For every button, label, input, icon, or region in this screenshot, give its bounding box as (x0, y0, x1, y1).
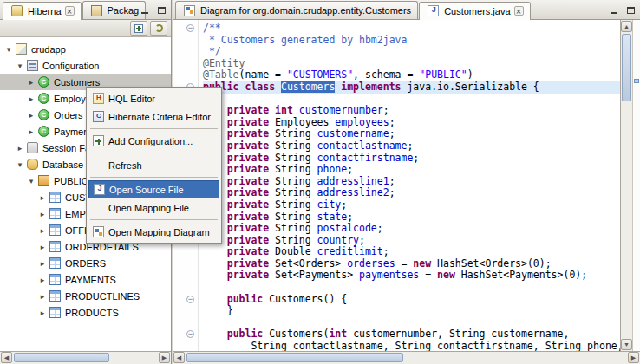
expand-arrow-icon[interactable]: ▸ (37, 193, 48, 202)
code-line[interactable]: private String contactlastname; (203, 140, 620, 153)
collapse-arrow-icon[interactable]: ▾ (3, 45, 14, 54)
scroll-left-icon[interactable]: ◀ (1, 352, 12, 363)
tree-item-products[interactable]: ▸PRODUCTS (0, 304, 171, 321)
maximize-icon[interactable] (154, 3, 168, 16)
scrollbar-thumb[interactable] (622, 34, 631, 101)
package-explorer-icon (91, 5, 102, 16)
code-line[interactable]: @Entity (203, 58, 620, 70)
minimize-icon[interactable] (607, 3, 621, 16)
expand-arrow-icon[interactable]: ▸ (37, 292, 48, 301)
code-line[interactable]: private Set<Orders> orderses = new HashS… (203, 258, 620, 270)
gutter-line (173, 282, 198, 294)
code-line[interactable]: private String contactfirstname; (203, 153, 620, 165)
occurrence-marker[interactable] (634, 79, 639, 83)
expand-arrow-icon[interactable]: ▸ (37, 210, 48, 218)
editor-tab-diagram-for-org-domain-crudapp-entity-customers[interactable]: Diagram for org.domain.crudapp.entity.Cu… (175, 1, 418, 19)
code-line[interactable]: private String customername; (203, 128, 620, 140)
menu-item-refresh[interactable]: Refresh (88, 156, 219, 174)
editor-vertical-scrollbar[interactable]: ▲ ▼ (620, 20, 632, 351)
fold-collapse-icon[interactable]: − (173, 23, 198, 35)
code-line[interactable] (203, 282, 620, 294)
tree-item-productlines[interactable]: ▸PRODUCTLINES (0, 288, 171, 304)
code-line[interactable] (203, 94, 620, 106)
code-line[interactable]: */ (203, 46, 620, 58)
scroll-right-icon[interactable]: ▶ (628, 352, 639, 363)
expand-arrow-icon[interactable]: ▸ (26, 78, 36, 87)
editor-tab-customers-java[interactable]: Customers.java× (419, 2, 530, 20)
code-line[interactable]: } (203, 305, 620, 317)
code-line[interactable]: @Table(name = "CUSTOMERS", schema = "PUB… (203, 69, 620, 81)
entity-class-icon (38, 126, 49, 137)
add-configuration-button[interactable] (130, 21, 147, 36)
code-area[interactable]: /** * Customers generated by hbm2java */… (199, 20, 620, 351)
close-icon[interactable]: × (514, 6, 524, 16)
code-line[interactable]: public class Customers implements java.i… (203, 81, 620, 94)
code-line[interactable]: String contactlastname, String contactfi… (203, 341, 620, 351)
code-line[interactable]: private String addressline2; (203, 187, 620, 199)
context-menu: HQL EditorHibernate Criteria EditorAdd C… (86, 87, 222, 244)
tree-item-crudapp[interactable]: ▾crudapp (0, 41, 171, 57)
scroll-up-icon[interactable]: ▲ (621, 21, 632, 32)
collapse-arrow-icon[interactable]: ▾ (15, 62, 25, 70)
code-line[interactable]: private Double creditlimit; (203, 246, 620, 258)
expand-arrow-icon[interactable]: ▸ (37, 226, 48, 235)
code-line[interactable]: * Customers generated by hbm2java (203, 35, 620, 47)
view-tab-packag[interactable]: Packag (82, 1, 147, 19)
code-line[interactable]: public Customers(int customernumber, Str… (203, 328, 620, 341)
code-line[interactable]: private Employees employees; (203, 117, 620, 129)
expand-arrow-icon[interactable]: ▸ (26, 94, 36, 103)
editor-tab-row: Diagram for org.domain.crudapp.entity.Cu… (173, 0, 640, 20)
minimize-icon[interactable] (138, 3, 152, 16)
scroll-left-icon[interactable]: ◀ (173, 352, 185, 363)
editor-horizontal-scrollbar[interactable]: ◀ ▶ (173, 351, 640, 364)
code-line[interactable]: private Set<Payments> paymentses = new H… (203, 270, 620, 282)
expand-arrow-icon[interactable]: ▸ (26, 111, 36, 120)
expand-arrow-icon[interactable]: ▸ (37, 259, 48, 268)
menu-item-label: Open Source File (109, 185, 184, 195)
table-icon (49, 208, 61, 219)
menu-item-open-source-file[interactable]: Open Source File (88, 180, 219, 198)
code-line[interactable]: private String postalcode; (203, 223, 620, 235)
fold-collapse-icon[interactable]: − (173, 328, 198, 341)
code-line[interactable]: private String country; (203, 235, 620, 247)
code-line[interactable]: private String state; (203, 211, 620, 224)
tree-horizontal-scrollbar[interactable]: ◀ ▶ (0, 351, 171, 364)
code-line[interactable]: private int customernumber; (203, 105, 620, 117)
tree-item-configuration[interactable]: ▾Configuration (0, 57, 171, 74)
expand-arrow-icon[interactable]: ▸ (26, 127, 36, 136)
refresh-button[interactable] (150, 21, 167, 36)
tree-item-orders[interactable]: ▸ORDERS (0, 255, 171, 271)
view-tab-hiberna[interactable]: Hiberna× (3, 2, 82, 20)
table-icon (49, 257, 61, 269)
collapse-arrow-icon[interactable]: ▾ (15, 160, 25, 169)
scrollbar-thumb[interactable] (186, 353, 403, 362)
code-line[interactable]: /** (203, 23, 620, 35)
console-configuration-icon (16, 43, 27, 55)
code-line[interactable]: public Customers() { (203, 294, 620, 306)
code-line[interactable]: private String city; (203, 199, 620, 211)
scroll-right-icon[interactable]: ▶ (159, 352, 170, 363)
menu-item-open-mapping-file[interactable]: Open Mapping File (88, 198, 219, 217)
code-line[interactable]: private String phone; (203, 164, 620, 176)
menu-item-label: Refresh (108, 160, 142, 171)
scroll-down-icon[interactable]: ▼ (621, 339, 632, 350)
collapse-arrow-icon[interactable]: ▾ (26, 177, 36, 185)
database-icon (27, 159, 38, 170)
expand-arrow-icon[interactable]: ▸ (37, 276, 48, 284)
menu-item-open-mapping-diagram[interactable]: Open Mapping Diagram (88, 223, 219, 241)
close-icon[interactable]: × (65, 6, 75, 16)
expand-arrow-icon[interactable]: ▸ (37, 243, 48, 251)
fold-collapse-icon[interactable]: − (173, 294, 198, 306)
tree-item-label: Orders (51, 110, 86, 120)
menu-item-hibernate-criteria-editor[interactable]: Hibernate Criteria Editor (88, 107, 219, 126)
maximize-icon[interactable] (624, 3, 637, 16)
code-line[interactable] (203, 317, 620, 329)
expand-arrow-icon[interactable]: ▸ (37, 309, 48, 317)
expand-arrow-icon[interactable]: ▸ (15, 144, 25, 153)
scrollbar-thumb[interactable] (14, 353, 109, 362)
code-line[interactable]: private String addressline1; (203, 176, 620, 188)
tree-item-payments[interactable]: ▸PAYMENTS (0, 271, 171, 288)
diagram-icon (184, 5, 195, 16)
menu-item-add-configuration[interactable]: Add Configuration... (88, 132, 219, 150)
menu-item-hql-editor[interactable]: HQL Editor (88, 89, 219, 107)
